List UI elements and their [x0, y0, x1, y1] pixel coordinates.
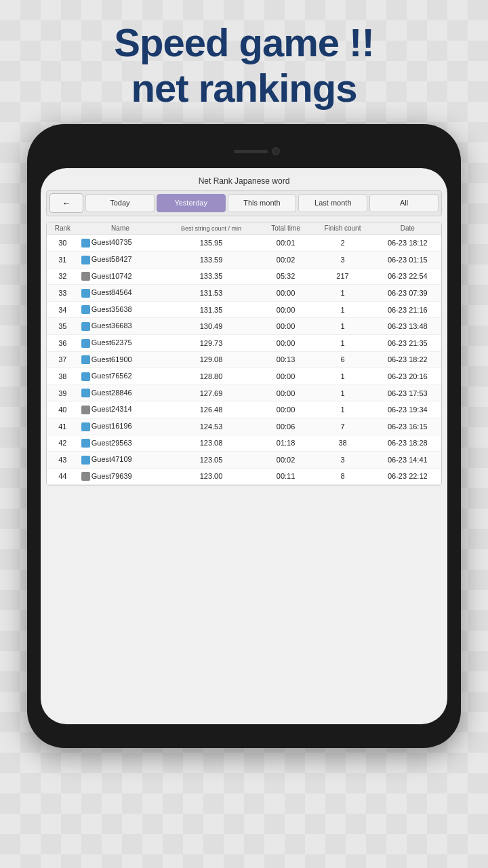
date-cell: 06-23 22:54: [374, 268, 441, 285]
phone-frame: Net Rank Japanese word ← Today Yesterday…: [27, 124, 461, 748]
rank-cell: 40: [47, 401, 79, 418]
date-cell: 06-23 13:48: [374, 318, 441, 335]
tab-today[interactable]: Today: [85, 194, 155, 212]
rank-cell: 38: [47, 368, 79, 385]
name-cell: Guest61900: [79, 351, 163, 368]
rank-cell: 33: [47, 285, 79, 302]
finish-count-cell: 38: [311, 435, 373, 452]
total-time-cell: 01:18: [260, 435, 312, 452]
ranking-table: Rank Name Best string count / min Total …: [47, 222, 441, 485]
table-row: 36 Guest62375 129.73 00:00 1 06-23 21:35: [47, 334, 441, 351]
name-cell: Guest35638: [79, 301, 163, 318]
total-time-cell: 00:00: [260, 334, 312, 351]
finish-count-cell: 1: [311, 401, 373, 418]
col-date: Date: [374, 222, 441, 235]
table-row: 31 Guest58427 133.59 00:02 3 06-23 01:15: [47, 251, 441, 268]
rank-cell: 35: [47, 318, 79, 335]
table-row: 37 Guest61900 129.08 00:13 6 06-23 18:22: [47, 351, 441, 368]
name-cell: Guest10742: [79, 268, 163, 285]
date-cell: 06-23 20:16: [374, 368, 441, 385]
rank-cell: 37: [47, 351, 79, 368]
total-time-cell: 00:00: [260, 285, 312, 302]
date-cell: 06-23 16:15: [374, 418, 441, 435]
score-cell: 135.95: [162, 235, 260, 252]
table-row: 34 Guest35638 131.35 00:00 1 06-23 21:16: [47, 301, 441, 318]
score-cell: 124.53: [162, 418, 260, 435]
col-total-time: Total time: [260, 222, 312, 235]
table-row: 43 Guest47109 123.05 00:02 3 06-23 14:41: [47, 452, 441, 469]
score-cell: 123.00: [162, 468, 260, 485]
finish-count-cell: 1: [311, 301, 373, 318]
finish-count-cell: 1: [311, 384, 373, 401]
table-row: 35 Guest36683 130.49 00:00 1 06-23 13:48: [47, 318, 441, 335]
name-cell: Guest84564: [79, 285, 163, 302]
rank-cell: 44: [47, 468, 79, 485]
rank-cell: 34: [47, 301, 79, 318]
finish-count-cell: 6: [311, 351, 373, 368]
finish-count-cell: 1: [311, 285, 373, 302]
table-row: 40 Guest24314 126.48 00:00 1 06-23 19:34: [47, 401, 441, 418]
score-cell: 133.59: [162, 251, 260, 268]
tab-last-month[interactable]: Last month: [298, 194, 367, 212]
back-button[interactable]: ←: [49, 193, 83, 213]
rank-cell: 30: [47, 235, 79, 252]
rank-cell: 41: [47, 418, 79, 435]
date-cell: 06-23 01:15: [374, 251, 441, 268]
total-time-cell: 00:11: [260, 468, 312, 485]
tab-all[interactable]: All: [369, 194, 439, 212]
date-cell: 06-23 14:41: [374, 452, 441, 469]
table-row: 30 Guest40735 135.95 00:01 2 06-23 18:12: [47, 235, 441, 252]
tab-yesterday[interactable]: Yesterday: [157, 194, 226, 212]
name-cell: Guest76562: [79, 368, 163, 385]
score-cell: 128.80: [162, 368, 260, 385]
name-cell: Guest58427: [79, 251, 163, 268]
score-cell: 127.69: [162, 384, 260, 401]
finish-count-cell: 7: [311, 418, 373, 435]
table-row: 41 Guest16196 124.53 00:06 7 06-23 16:15: [47, 418, 441, 435]
rank-cell: 43: [47, 452, 79, 469]
date-cell: 06-23 18:28: [374, 435, 441, 452]
name-cell: Guest29563: [79, 435, 163, 452]
name-cell: Guest79639: [79, 468, 163, 485]
table-wrapper: Rank Name Best string count / min Total …: [46, 222, 442, 486]
score-cell: 129.08: [162, 351, 260, 368]
total-time-cell: 00:02: [260, 452, 312, 469]
total-time-cell: 05:32: [260, 268, 312, 285]
name-cell: Guest47109: [79, 452, 163, 469]
score-cell: 133.35: [162, 268, 260, 285]
table-row: 39 Guest28846 127.69 00:00 1 06-23 17:53: [47, 384, 441, 401]
finish-count-cell: 217: [311, 268, 373, 285]
score-cell: 123.08: [162, 435, 260, 452]
total-time-cell: 00:02: [260, 251, 312, 268]
rank-cell: 32: [47, 268, 79, 285]
total-time-cell: 00:00: [260, 368, 312, 385]
date-cell: 06-23 17:53: [374, 384, 441, 401]
rank-cell: 31: [47, 251, 79, 268]
rank-cell: 39: [47, 384, 79, 401]
total-time-cell: 00:00: [260, 301, 312, 318]
date-cell: 06-23 18:12: [374, 235, 441, 252]
score-cell: 126.48: [162, 401, 260, 418]
finish-count-cell: 3: [311, 251, 373, 268]
app-header: Net Rank Japanese word: [46, 176, 442, 186]
col-rank: Rank: [47, 222, 79, 235]
date-cell: 06-23 21:35: [374, 334, 441, 351]
name-cell: Guest40735: [79, 235, 163, 252]
col-score: Best string count / min: [162, 222, 260, 235]
finish-count-cell: 1: [311, 318, 373, 335]
table-row: 38 Guest76562 128.80 00:00 1 06-23 20:16: [47, 368, 441, 385]
name-cell: Guest36683: [79, 318, 163, 335]
date-cell: 06-23 07:39: [374, 285, 441, 302]
table-row: 32 Guest10742 133.35 05:32 217 06-23 22:…: [47, 268, 441, 285]
total-time-cell: 00:00: [260, 401, 312, 418]
finish-count-cell: 2: [311, 235, 373, 252]
tab-this-month[interactable]: This month: [228, 194, 297, 212]
score-cell: 123.05: [162, 452, 260, 469]
finish-count-cell: 3: [311, 452, 373, 469]
finish-count-cell: 1: [311, 334, 373, 351]
date-cell: 06-23 21:16: [374, 301, 441, 318]
name-cell: Guest16196: [79, 418, 163, 435]
date-cell: 06-23 22:12: [374, 468, 441, 485]
table-row: 42 Guest29563 123.08 01:18 38 06-23 18:2…: [47, 435, 441, 452]
date-cell: 06-23 19:34: [374, 401, 441, 418]
